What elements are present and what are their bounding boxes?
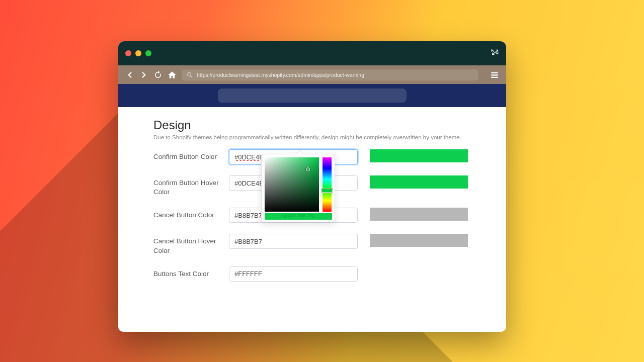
search-icon bbox=[187, 72, 193, 78]
fullscreen-button[interactable] bbox=[491, 48, 499, 58]
header-placeholder bbox=[218, 88, 407, 103]
traffic-lights bbox=[125, 50, 151, 56]
hue-slider[interactable] bbox=[323, 157, 332, 212]
saturation-value-field[interactable] bbox=[265, 157, 319, 212]
input-text-color[interactable] bbox=[229, 266, 358, 282]
label-text-color: Buttons Text Color bbox=[153, 266, 229, 279]
window-titlebar bbox=[118, 41, 506, 65]
app-header-banner bbox=[118, 84, 506, 107]
label-confirm-hover-color: Confirm Button Hover Color bbox=[153, 175, 229, 197]
zoom-icon[interactable] bbox=[145, 50, 151, 56]
close-icon[interactable] bbox=[125, 50, 131, 56]
input-cancel-hover-color[interactable] bbox=[229, 234, 358, 249]
swatch-confirm-hover-color bbox=[370, 175, 468, 189]
color-picker-popover: rgb(13, 206, 78) bbox=[261, 154, 335, 222]
swatch-cancel-color bbox=[370, 208, 468, 221]
swatch-confirm-color bbox=[370, 149, 468, 162]
hamburger-menu-icon[interactable] bbox=[490, 70, 499, 79]
minimize-icon[interactable] bbox=[135, 50, 141, 56]
label-cancel-color: Cancel Button Color bbox=[153, 208, 229, 220]
browser-window: https://productwarningstest.myshopify.co… bbox=[118, 41, 506, 332]
field-cancel-hover-color: Cancel Button Hover Color bbox=[153, 234, 471, 255]
color-readout: rgb(13, 206, 78) bbox=[265, 213, 332, 220]
label-confirm-color: Confirm Button Color bbox=[153, 149, 229, 161]
page-title: Design bbox=[153, 118, 471, 132]
reload-button[interactable] bbox=[153, 70, 163, 79]
url-text: https://productwarningstest.myshopify.co… bbox=[197, 72, 364, 78]
sv-cursor[interactable] bbox=[306, 167, 310, 171]
browser-toolbar: https://productwarningstest.myshopify.co… bbox=[118, 65, 506, 84]
swatch-cancel-hover-color bbox=[370, 234, 468, 247]
field-text-color: Buttons Text Color bbox=[153, 266, 471, 282]
page-subtitle: Due to Shopify themes being programmatic… bbox=[153, 134, 471, 140]
label-cancel-hover-color: Cancel Button Hover Color bbox=[153, 234, 229, 255]
forward-button[interactable] bbox=[139, 70, 148, 79]
back-button[interactable] bbox=[125, 70, 134, 79]
hue-thumb[interactable] bbox=[321, 189, 333, 193]
address-bar[interactable]: https://productwarningstest.myshopify.co… bbox=[182, 69, 478, 80]
home-button[interactable] bbox=[168, 70, 177, 79]
